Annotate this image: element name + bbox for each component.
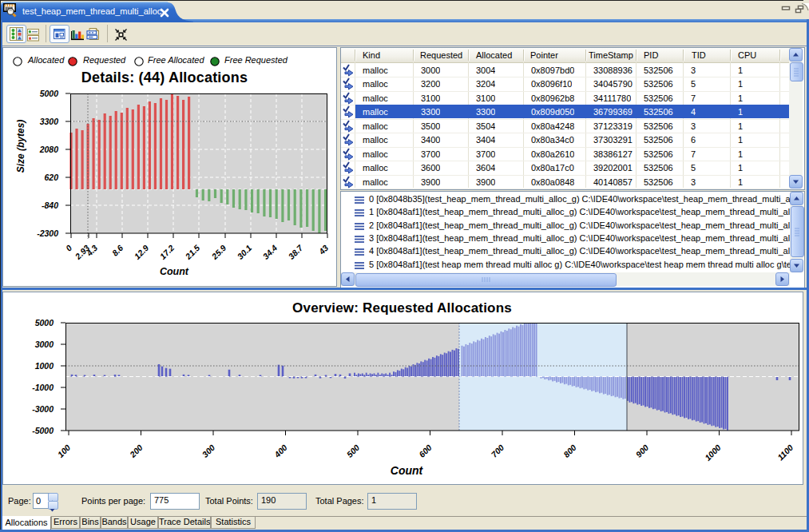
svg-text:1100: 1100 xyxy=(775,443,795,463)
svg-text:2080: 2080 xyxy=(39,145,59,154)
svg-text:620: 620 xyxy=(44,173,58,182)
svg-text:500: 500 xyxy=(345,443,362,459)
svg-text:-2300: -2300 xyxy=(37,228,58,238)
svg-text:1000: 1000 xyxy=(35,361,54,371)
svg-text:5000: 5000 xyxy=(40,89,59,98)
svg-text:-1000: -1000 xyxy=(32,383,54,392)
svg-text:300: 300 xyxy=(200,443,217,459)
svg-text:800: 800 xyxy=(561,443,578,459)
svg-text:5000: 5000 xyxy=(35,318,54,328)
svg-text:400: 400 xyxy=(272,443,289,460)
svg-text:12.9: 12.9 xyxy=(132,243,150,261)
svg-text:700: 700 xyxy=(490,443,506,459)
svg-text:3300: 3300 xyxy=(40,117,59,126)
svg-text:34.4: 34.4 xyxy=(260,243,279,261)
svg-text:-3000: -3000 xyxy=(32,404,54,414)
svg-text:43: 43 xyxy=(316,243,331,257)
svg-text:600: 600 xyxy=(417,443,434,459)
svg-text:100: 100 xyxy=(56,443,73,459)
svg-text:-840: -840 xyxy=(42,200,58,210)
svg-text:1000: 1000 xyxy=(703,443,723,463)
svg-text:21.5: 21.5 xyxy=(183,243,202,262)
svg-text:30.1: 30.1 xyxy=(235,243,253,261)
svg-text:17.2: 17.2 xyxy=(157,243,176,261)
svg-text:Count: Count xyxy=(160,266,189,277)
svg-text:25.9: 25.9 xyxy=(209,243,228,262)
svg-text:Size (bytes): Size (bytes) xyxy=(15,120,26,173)
svg-text:Count: Count xyxy=(391,464,424,477)
svg-text:200: 200 xyxy=(127,443,145,460)
svg-text:-5000: -5000 xyxy=(32,426,54,435)
svg-text:0: 0 xyxy=(64,243,74,253)
svg-text:3000: 3000 xyxy=(35,339,54,349)
svg-text:38.7: 38.7 xyxy=(286,242,305,261)
svg-text:8.6: 8.6 xyxy=(110,243,125,258)
svg-text:900: 900 xyxy=(634,443,651,459)
